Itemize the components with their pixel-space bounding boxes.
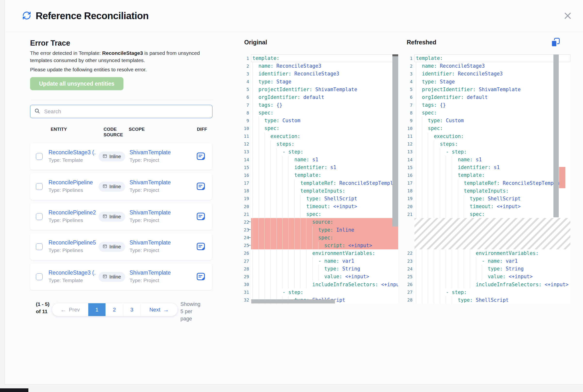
code-line: 1template: xyxy=(401,54,571,62)
error-description: The error detected in Template: Reconcil… xyxy=(30,50,200,64)
yaml-key: name: xyxy=(458,157,473,162)
removed-line-marker xyxy=(249,288,251,296)
removed-line-marker xyxy=(413,132,415,140)
entity-table-rows: ReconcileStage3 (...Type: TemplateInline… xyxy=(30,143,212,294)
pagination: (1 - 5) of 11 ← Prev 123 Next → Showing … xyxy=(30,300,214,328)
yaml-value: default xyxy=(464,94,488,100)
code-line: 11execution: xyxy=(238,132,398,140)
entity-link[interactable]: ReconcilePipeline5 xyxy=(48,240,96,246)
removed-line-marker xyxy=(413,148,415,156)
diff-icon[interactable] xyxy=(196,242,206,251)
scope-type-label: Type: Project xyxy=(129,248,171,253)
close-icon[interactable] xyxy=(562,10,573,21)
row-checkbox[interactable] xyxy=(36,153,43,160)
code-line: 19type: ShellScript xyxy=(401,195,571,202)
line-number: 24 xyxy=(401,266,413,272)
line-number: 19 xyxy=(401,196,413,201)
yaml-value: <+input> xyxy=(378,282,398,288)
inline-source-icon xyxy=(103,184,107,190)
code-source-badge: Inline xyxy=(98,152,125,162)
row-checkbox[interactable] xyxy=(36,213,43,220)
line-number: 4 xyxy=(401,79,413,84)
yaml-key: name: xyxy=(259,63,274,69)
page-button-2[interactable]: 2 xyxy=(105,303,123,316)
line-number: 6 xyxy=(238,94,249,100)
entity-type-label: Type: Pipelines xyxy=(48,248,96,253)
table-row: ReconcileStage3 (...Type: TemplateInline… xyxy=(30,264,212,290)
horizontal-scrollbar[interactable] xyxy=(251,299,335,304)
line-number: 28 xyxy=(238,266,249,272)
copy-icon[interactable] xyxy=(551,37,561,48)
prev-page-button[interactable]: ← Prev xyxy=(52,303,88,316)
row-checkbox[interactable] xyxy=(36,243,43,250)
update-all-button[interactable]: Update all unsynced entities xyxy=(30,77,123,90)
code-line: 7tags: {} xyxy=(401,101,571,109)
yaml-value: Inline xyxy=(333,227,354,233)
row-checkbox[interactable] xyxy=(36,183,43,190)
pagination-pill: ← Prev 123 Next → xyxy=(52,303,177,316)
yaml-key: template: xyxy=(458,172,485,178)
yaml-key: type: xyxy=(422,79,437,85)
yaml-key: script: xyxy=(324,242,345,248)
reference-reconciliation-dialog: Reference Reconciliation Error Trace The… xyxy=(4,0,583,384)
vertical-scrollbar[interactable] xyxy=(554,54,559,217)
next-page-button[interactable]: Next → xyxy=(140,303,177,316)
diff-icon[interactable] xyxy=(196,152,206,161)
code-line: 10spec: xyxy=(238,124,398,132)
yaml-key: templateRef: xyxy=(464,180,500,186)
yaml-key: spec: xyxy=(428,126,443,131)
line-number: 15 xyxy=(401,165,413,170)
page-button-1[interactable]: 1 xyxy=(88,303,105,316)
diff-icon[interactable] xyxy=(196,272,206,281)
removed-line-marker xyxy=(413,171,415,179)
line-number: 16 xyxy=(401,173,413,178)
refreshed-code-panel: 1template:2name: ReconcileStage33identif… xyxy=(401,54,571,304)
code-line: 15identifier: s1 xyxy=(238,164,398,171)
original-code-lines: 1template:2name: ReconcileStage33identif… xyxy=(238,54,398,304)
line-number: 20 xyxy=(238,204,249,209)
page-button-3[interactable]: 3 xyxy=(123,303,140,316)
column-scope: SCOPE xyxy=(129,126,145,132)
removed-line-marker xyxy=(249,226,251,234)
yaml-value: var1 xyxy=(339,258,354,264)
diff-icon[interactable] xyxy=(196,182,206,191)
error-instruction: Please update the following entities to … xyxy=(30,66,200,73)
right-arrow-icon: → xyxy=(163,307,169,313)
line-number: 17 xyxy=(238,180,249,186)
yaml-key: projectIdentifier: xyxy=(259,86,312,92)
vertical-scrollbar[interactable] xyxy=(392,54,398,226)
scope-link[interactable]: ShivamTemplate xyxy=(129,270,171,276)
scope-link[interactable]: ShivamTemplate xyxy=(129,149,171,156)
scope-link[interactable]: ShivamTemplate xyxy=(129,179,171,186)
yaml-key: template: xyxy=(252,55,279,61)
yaml-key: type: xyxy=(259,79,274,85)
yaml-value: ShellScript xyxy=(473,297,509,303)
line-number: 10 xyxy=(238,126,249,131)
line-number: 13 xyxy=(401,149,413,154)
yaml-key: - name: xyxy=(318,258,339,264)
column-entity: ENTITY xyxy=(51,126,67,132)
row-checkbox[interactable] xyxy=(36,274,43,280)
dialog-header: Reference Reconciliation xyxy=(4,0,583,32)
entity-link[interactable]: ReconcilePipeline xyxy=(48,179,93,186)
removed-line-marker xyxy=(249,273,251,280)
yaml-value: <+input> xyxy=(506,274,533,280)
scope-cell: ShivamTemplateType: Project xyxy=(129,240,171,253)
scope-link[interactable]: ShivamTemplate xyxy=(129,209,171,216)
line-number: 9 xyxy=(238,118,249,123)
code-source-badge: Inline xyxy=(98,272,125,282)
scope-link[interactable]: ShivamTemplate xyxy=(129,240,171,246)
removed-line-marker xyxy=(413,288,415,296)
removed-line-marker xyxy=(413,78,415,86)
scope-cell: ShivamTemplateType: Project xyxy=(129,149,171,163)
inline-source-icon xyxy=(103,214,107,220)
search-input[interactable] xyxy=(44,108,208,115)
entity-link[interactable]: ReconcilePipeline2 xyxy=(48,209,96,216)
diff-icon[interactable] xyxy=(196,212,206,221)
yaml-value: ReconcileStage3 xyxy=(455,71,503,77)
entity-link[interactable]: ReconcileStage3 (... xyxy=(48,270,96,276)
entity-link[interactable]: ReconcileStage3 (... xyxy=(48,149,96,156)
code-line: 17templateRef: ReconcileStepTemplate xyxy=(401,179,571,187)
line-number: 7 xyxy=(401,102,413,108)
line-number: 3 xyxy=(238,71,249,76)
